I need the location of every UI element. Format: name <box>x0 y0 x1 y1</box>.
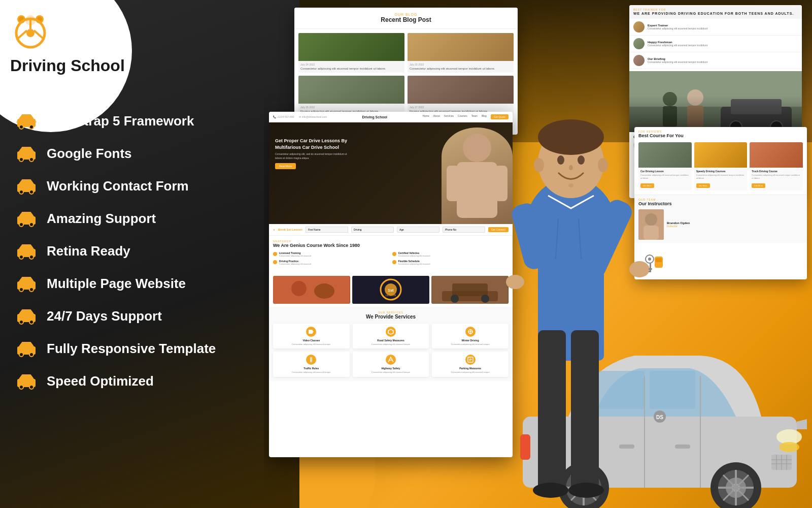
svg-rect-44 <box>687 106 703 127</box>
nav-link-about: About <box>433 114 440 119</box>
feature-content-2: Driving Practice Consectetur adipiscing … <box>279 260 311 266</box>
feature-label-8: Speed Optimized <box>47 373 154 389</box>
svg-rect-53 <box>274 276 350 304</box>
svg-rect-94 <box>649 268 652 270</box>
svg-point-38 <box>29 385 33 389</box>
feature-label-6: 24/7 Days Support <box>47 308 162 324</box>
car-icon-1 <box>15 144 38 163</box>
feature-item-2: Driving Practice Consectetur adipiscing … <box>273 260 390 266</box>
gallery-svg-0 <box>273 276 350 304</box>
feature-desc-2: Consectetur adipiscing elit eiusmod <box>279 263 311 266</box>
service-icon-3 <box>306 355 316 365</box>
blog-section-label: OUR BLOG <box>299 13 513 16</box>
course-img-1 <box>694 142 748 168</box>
svg-point-16 <box>19 157 23 162</box>
service-desc-4: Consectetur adipiscing elit eiusmod temp… <box>356 371 426 374</box>
instructors-heading: We Are providing Driving Education For b… <box>633 11 798 16</box>
nav-link-services: Services <box>444 114 454 119</box>
svg-point-34 <box>19 353 23 357</box>
course-btn-1[interactable]: Info More <box>696 183 710 188</box>
feature-item-0: Licensed Training Consectetur adipiscing… <box>273 251 390 258</box>
car-icon-0 <box>15 112 38 130</box>
service-name-1: Road Safety Measures <box>356 339 426 342</box>
blog-card-desc-0: Consectetur adipiscing elit eiusmod temp… <box>300 67 402 71</box>
svg-point-75 <box>311 361 312 362</box>
car-icon-3 <box>15 209 38 228</box>
hero-text-area: Get Proper Car Drive Lessons By Multifar… <box>275 138 356 169</box>
svg-marker-67 <box>313 331 314 333</box>
feature-content-1: Certified Vehicles Consectetur adipiscin… <box>398 251 430 258</box>
logo-area: Driving School <box>10 10 125 75</box>
svg-point-26 <box>29 255 33 259</box>
service-icon-1 <box>386 327 396 337</box>
booking-field-name[interactable]: First Name <box>306 227 348 233</box>
svg-rect-13 <box>16 121 19 123</box>
course-info-2: Truck Driving Course Consectetur adipisc… <box>750 168 803 190</box>
svg-rect-101 <box>571 330 599 493</box>
blog-card-text-0: July 24 2022 Consectetur adipiscing elit… <box>298 61 404 73</box>
features-list: Bootstrap 5 Framework Google Fonts Worki… <box>15 112 216 404</box>
email-text: ✉ info@driveschool.com <box>299 115 327 118</box>
svg-point-31 <box>19 320 23 324</box>
course-img-2 <box>750 142 803 168</box>
blog-card-0: July 24 2022 Consectetur adipiscing elit… <box>298 33 404 73</box>
feature-label-4: Retina Ready <box>47 243 130 259</box>
svg-text:1st: 1st <box>388 288 394 293</box>
feature-content-3: Flexible Schedule Consectetur adipiscing… <box>398 260 430 266</box>
hero-heading: Get Proper Car Drive Lessons By Multifar… <box>275 138 356 150</box>
svg-point-20 <box>29 190 33 194</box>
instructors-header: BEST TRAINER FOR We Are providing Drivin… <box>629 5 802 19</box>
svg-point-32 <box>29 320 33 324</box>
instructor-info-1: Happy Freshman Consectetur adipiscing el… <box>648 41 798 47</box>
brand-name: Driving School <box>10 57 125 75</box>
booking-field-age[interactable]: Age <box>397 227 439 233</box>
hero-cta-button[interactable]: Read More <box>275 163 296 169</box>
feature-item-8: Speed Optimized <box>15 372 216 390</box>
feature-label-7: Fully Responsive Template <box>47 341 216 357</box>
svg-point-73 <box>311 358 312 359</box>
svg-point-74 <box>311 359 312 360</box>
instructor-avatar-1 <box>633 38 645 49</box>
service-card-3: Traffic Rules Consectetur adipiscing eli… <box>273 352 350 377</box>
service-name-3: Traffic Rules <box>276 367 347 370</box>
feature-label-2: Working Contact Form <box>47 178 189 194</box>
brand-logo-icon <box>10 10 51 51</box>
svg-marker-68 <box>388 329 393 334</box>
svg-point-99 <box>506 275 524 289</box>
person-with-keys-container <box>457 86 685 508</box>
svg-text:LESSON: LESSON <box>386 294 396 297</box>
svg-point-17 <box>29 157 33 162</box>
instructor-avatar-0 <box>633 21 645 33</box>
svg-point-102 <box>533 483 568 498</box>
course-btn-2[interactable]: Info More <box>752 183 765 188</box>
svg-point-85 <box>557 155 564 165</box>
course-info-1: Speedy Driving Courses Consectetur adipi… <box>694 168 748 190</box>
car-icon-2 <box>15 177 38 195</box>
course-desc-2: Consectetur adipiscing elit eiusmod temp… <box>752 174 801 179</box>
feature-label-0: Bootstrap 5 Framework <box>47 113 194 129</box>
nav-link-home: Home <box>422 114 429 119</box>
blog-card-date-0: July 24 2022 <box>300 63 402 67</box>
feature-bullet-3 <box>392 260 396 264</box>
service-icon-0 <box>306 327 316 337</box>
booking-title: ⬧ <box>273 228 275 231</box>
feature-item-6: 24/7 Days Support <box>15 307 216 325</box>
blog-card-2: July 26 2022 Eiustur adipiscing elit eiu… <box>298 76 404 115</box>
feature-item-1: Google Fonts <box>15 144 216 163</box>
svg-point-87 <box>569 165 573 170</box>
safety-icon <box>388 329 394 335</box>
service-card-4: Highway Safety Consectetur adipiscing el… <box>353 352 429 377</box>
instructor-info-0: Expert Trainer Consectetur adipiscing el… <box>648 24 798 30</box>
feature-item-5: Multiple Page Website <box>15 274 216 293</box>
course-desc-1: Consectetur adipiscing elit eiusmod temp… <box>696 174 746 179</box>
svg-point-35 <box>29 353 33 357</box>
booking-field-type[interactable]: Driving <box>351 227 394 233</box>
feature-label-5: Multiple Page Website <box>47 276 186 292</box>
car-icon-6 <box>15 307 38 325</box>
course-card-1: Speedy Driving Courses Consectetur adipi… <box>694 142 748 190</box>
svg-point-86 <box>578 155 585 165</box>
blog-title: Recent Blog Post <box>299 16 513 23</box>
svg-point-115 <box>779 442 799 452</box>
gallery-item-0 <box>273 276 350 304</box>
instructor-info-2: Our Briefing Consectetur adipiscing elit… <box>648 57 798 64</box>
